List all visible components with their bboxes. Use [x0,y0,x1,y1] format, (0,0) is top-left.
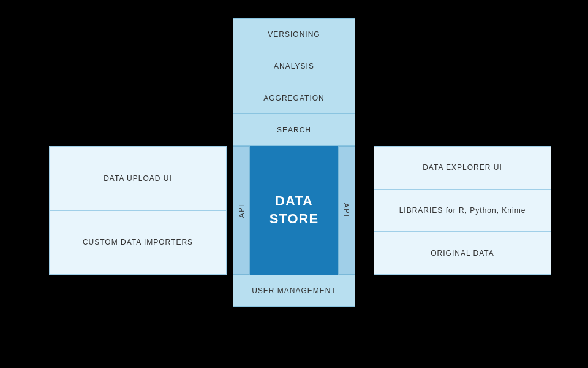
api-right-label: API [338,146,355,275]
versioning-box: VERSIONING [233,18,355,50]
main-center-row: API DATA STORE API [233,146,355,275]
data-upload-ui-box: DATA UPLOAD UI [49,146,227,211]
analysis-box: ANALYSIS [233,50,355,82]
left-column: DATA UPLOAD UI CUSTOM DATA IMPORTERS [49,146,227,275]
libraries-box: LIBRARIES for R, Python, Knime [374,190,551,232]
custom-data-importers-box: CUSTOM DATA IMPORTERS [49,211,227,275]
architecture-diagram: VERSIONING ANALYSIS AGGREGATION SEARCH D… [31,18,557,350]
right-column: DATA EXPLORER UI LIBRARIES for R, Python… [374,146,551,275]
data-explorer-ui-box: DATA EXPLORER UI [374,146,551,190]
search-box: SEARCH [233,114,355,146]
data-store-box: DATA STORE [250,146,338,275]
top-center-column: VERSIONING ANALYSIS AGGREGATION SEARCH [233,18,355,146]
api-left-label: API [233,146,250,275]
user-management-box: USER MANAGEMENT [233,275,355,307]
original-data-box: ORIGINAL DATA [374,232,551,275]
aggregation-box: AGGREGATION [233,82,355,114]
